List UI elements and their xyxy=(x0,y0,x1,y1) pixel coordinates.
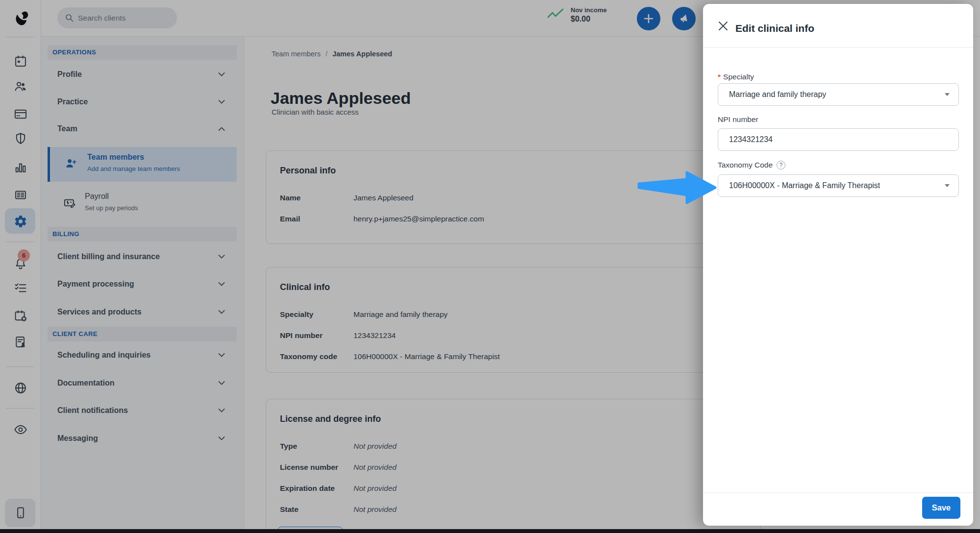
drawer-header: Edit clinical info xyxy=(703,4,973,48)
taxonomy-select[interactable]: 106H00000X - Marriage & Family Therapist xyxy=(718,174,959,197)
close-icon xyxy=(718,21,729,31)
taxonomy-selected-value: 106H00000X - Marriage & Family Therapist xyxy=(729,181,880,190)
dropdown-caret-icon xyxy=(945,184,950,187)
specialty-select[interactable]: Marriage and family therapy xyxy=(718,83,959,106)
specialty-label-text: Specialty xyxy=(723,73,754,81)
specialty-selected-value: Marriage and family therapy xyxy=(729,90,826,99)
required-marker: * xyxy=(718,73,721,81)
npi-input[interactable] xyxy=(718,128,959,151)
taxonomy-label: Taxonomy Code ? xyxy=(718,161,785,170)
dropdown-caret-icon xyxy=(945,93,950,96)
window-bottom-edge xyxy=(0,529,980,533)
edit-clinical-info-drawer: Edit clinical info * Specialty Marriage … xyxy=(703,4,973,526)
taxonomy-label-text: Taxonomy Code xyxy=(718,161,773,170)
npi-label: NPI number xyxy=(718,115,758,124)
help-icon[interactable]: ? xyxy=(777,161,785,170)
close-button[interactable] xyxy=(717,20,729,32)
specialty-label: * Specialty xyxy=(718,73,754,81)
save-button[interactable]: Save xyxy=(922,497,960,519)
npi-label-text: NPI number xyxy=(718,115,758,124)
drawer-footer: Save xyxy=(703,492,973,526)
drawer-title: Edit clinical info xyxy=(735,23,814,34)
